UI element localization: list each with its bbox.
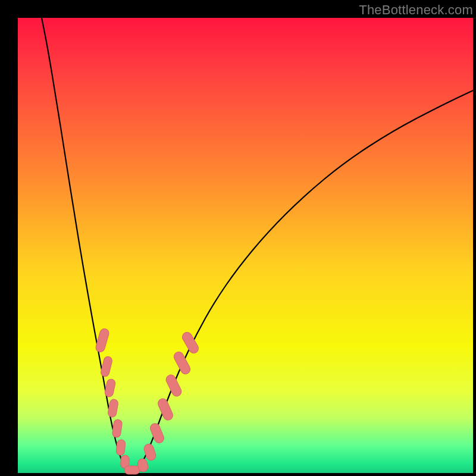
data-marker xyxy=(164,373,183,397)
curve-layer xyxy=(0,0,476,476)
data-marker xyxy=(100,356,113,377)
data-marker xyxy=(173,350,192,376)
data-marker xyxy=(112,419,123,438)
marker-group xyxy=(95,328,200,474)
data-marker xyxy=(108,399,119,418)
chart-frame: TheBottleneck.com xyxy=(0,0,476,476)
data-marker xyxy=(95,328,109,353)
data-marker xyxy=(116,439,126,455)
data-marker xyxy=(143,443,157,462)
bottleneck-curve xyxy=(42,18,473,472)
data-marker xyxy=(124,466,140,474)
data-marker xyxy=(156,397,174,421)
data-marker xyxy=(104,378,116,397)
